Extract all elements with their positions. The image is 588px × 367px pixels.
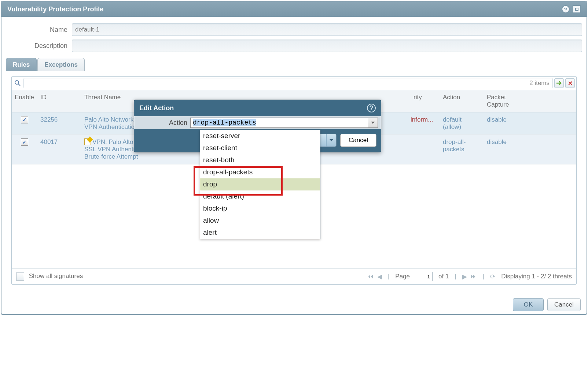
edit-icon[interactable] bbox=[84, 138, 91, 145]
option-alert[interactable]: alert bbox=[200, 227, 320, 239]
titlebar: Vulnerability Protection Profile ? bbox=[1, 1, 587, 17]
ok-button[interactable]: OK bbox=[513, 298, 544, 311]
description-input[interactable] bbox=[72, 40, 582, 52]
pager-bar: Show all signatures ⏮ ◀ | Page of 1 | ▶ … bbox=[12, 268, 576, 284]
refresh-icon[interactable]: ⟳ bbox=[490, 273, 495, 281]
col-spacer-2 bbox=[524, 90, 568, 112]
overlay-title: Edit Action bbox=[139, 104, 174, 112]
svg-line-1 bbox=[18, 84, 20, 86]
row-action[interactable]: drop-all-packets bbox=[443, 138, 466, 153]
col-severity[interactable]: Severityrity bbox=[411, 90, 440, 112]
overlay-ok-dropdown[interactable] bbox=[326, 134, 337, 147]
tab-exceptions[interactable]: Exceptions bbox=[37, 58, 85, 71]
cancel-button[interactable]: Cancel bbox=[547, 298, 581, 311]
pager-summary: Displaying 1 - 2/ 2 threats bbox=[501, 273, 572, 280]
description-label: Description bbox=[6, 42, 72, 50]
option-reset-server[interactable]: reset-server bbox=[200, 130, 320, 142]
action-combo[interactable]: drop-all-packets bbox=[190, 118, 378, 128]
enable-checkbox[interactable]: ✓ bbox=[21, 116, 28, 123]
option-drop-all-packets[interactable]: drop-all-packets bbox=[200, 166, 320, 178]
vuln-profile-window: Vulnerability Protection Profile ? Name … bbox=[1, 1, 587, 315]
row-pcap[interactable]: disable bbox=[487, 116, 507, 123]
tab-rules[interactable]: Rules bbox=[6, 58, 37, 71]
help-icon[interactable]: ? bbox=[367, 104, 376, 112]
option-default-alert[interactable]: default (alert) bbox=[200, 190, 320, 203]
search-icon[interactable] bbox=[13, 79, 22, 88]
col-enable[interactable]: Enable bbox=[12, 90, 37, 112]
maximize-button[interactable] bbox=[573, 5, 581, 13]
col-pcap[interactable]: Packet Capture bbox=[484, 90, 524, 112]
overlay-cancel-button[interactable]: Cancel bbox=[340, 134, 376, 147]
chevron-down-icon[interactable] bbox=[368, 118, 378, 128]
option-drop[interactable]: drop bbox=[200, 178, 320, 190]
search-input[interactable] bbox=[23, 78, 553, 88]
action-dropdown: reset-server reset-client reset-both dro… bbox=[200, 130, 320, 239]
row-action[interactable]: default (allow) bbox=[443, 116, 462, 130]
option-reset-client[interactable]: reset-client bbox=[200, 142, 320, 154]
col-action[interactable]: Action bbox=[440, 90, 484, 112]
name-label: Name bbox=[6, 26, 72, 34]
clear-filter-button[interactable]: ✕ bbox=[565, 78, 575, 88]
first-page-icon[interactable]: ⏮ bbox=[367, 273, 374, 281]
col-scrollbar bbox=[568, 90, 576, 112]
row-pcap[interactable]: disable bbox=[487, 138, 507, 145]
page-input[interactable] bbox=[416, 272, 433, 281]
prev-page-icon[interactable]: ◀ bbox=[377, 273, 382, 281]
last-page-icon[interactable]: ⏭ bbox=[471, 273, 477, 281]
page-label-pre: Page bbox=[395, 273, 410, 280]
row-severity: inform... bbox=[411, 116, 433, 123]
col-id[interactable]: ID bbox=[37, 90, 81, 112]
help-icon[interactable]: ? bbox=[562, 5, 570, 13]
showall-label: Show all signatures bbox=[29, 273, 83, 279]
action-label: Action bbox=[137, 119, 190, 127]
svg-point-0 bbox=[15, 81, 19, 84]
row-id[interactable]: 40017 bbox=[40, 138, 58, 145]
option-reset-both[interactable]: reset-both bbox=[200, 154, 320, 166]
tabs: Rules Exceptions bbox=[6, 58, 582, 71]
page-label-post: of 1 bbox=[438, 273, 449, 280]
combo-value: drop-all-packets bbox=[193, 119, 256, 126]
dialog-footer: OK Cancel bbox=[1, 293, 587, 314]
option-block-ip[interactable]: block-ip bbox=[200, 203, 320, 215]
window-title: Vulnerability Protection Profile bbox=[7, 5, 103, 13]
name-input[interactable] bbox=[72, 23, 582, 36]
apply-filter-button[interactable] bbox=[554, 78, 564, 88]
showall-checkbox[interactable] bbox=[16, 273, 24, 281]
option-allow[interactable]: allow bbox=[200, 215, 320, 227]
enable-checkbox[interactable]: ✓ bbox=[21, 138, 28, 146]
row-id[interactable]: 32256 bbox=[40, 116, 58, 123]
pager-nav: ⏮ ◀ bbox=[367, 273, 382, 281]
next-page-icon[interactable]: ▶ bbox=[462, 273, 467, 281]
